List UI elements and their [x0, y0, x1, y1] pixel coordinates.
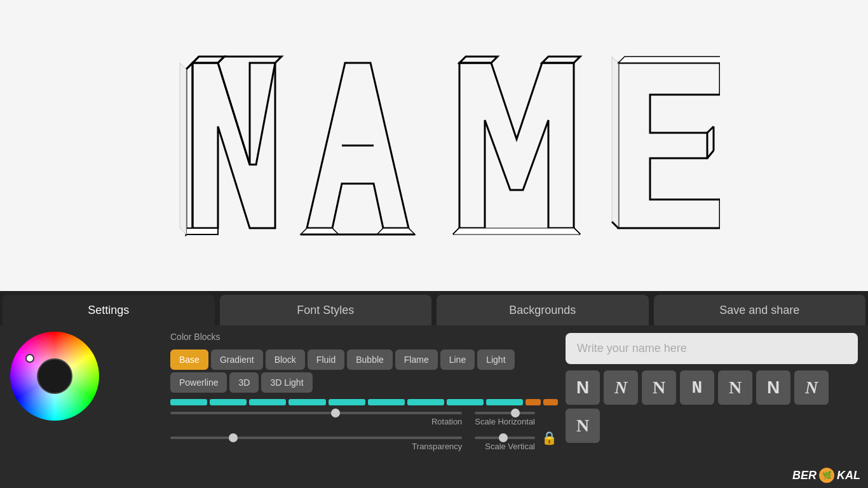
svg-marker-18 — [453, 228, 580, 234]
canvas-area — [0, 0, 868, 291]
tab-font-styles[interactable]: Font Styles — [220, 295, 432, 325]
style-buttons: Base Gradient Block Fluid Bubble Flame L… — [170, 349, 558, 393]
color-bar-2[interactable] — [210, 399, 247, 405]
scale-v-label: Scale Vertical — [475, 442, 535, 451]
color-bar-10[interactable] — [526, 399, 540, 405]
scale-h-label: Scale Horizontal — [475, 417, 535, 426]
rotation-thumb[interactable] — [331, 409, 340, 417]
font-preview-5[interactable]: N — [756, 370, 790, 405]
style-btn-fluid[interactable]: Fluid — [308, 349, 344, 370]
color-bar-11[interactable] — [543, 399, 558, 405]
lock-icon[interactable]: 🔒 — [540, 429, 558, 447]
left-slider-col: Rotation Transparency — [170, 412, 462, 451]
style-btn-block[interactable]: Block — [266, 349, 305, 370]
transparency-slider-item: Transparency — [170, 437, 462, 451]
scale-h-thumb[interactable] — [511, 409, 520, 417]
svg-marker-0 — [193, 63, 275, 228]
svg-marker-7 — [180, 63, 186, 234]
svg-marker-14 — [459, 57, 498, 63]
bottom-panel: Settings Font Styles Backgrounds Save an… — [0, 291, 868, 488]
svg-marker-2 — [186, 63, 193, 234]
svg-marker-13 — [459, 63, 574, 228]
svg-marker-21 — [618, 57, 720, 63]
scale-h-slider[interactable] — [475, 412, 535, 414]
style-btn-flame[interactable]: Flame — [395, 349, 438, 370]
tab-settings[interactable]: Settings — [3, 295, 215, 325]
style-btn-gradient[interactable]: Gradient — [211, 349, 263, 370]
right-sliders-group: Scale Horizontal Scale Vertical 🔒 — [475, 412, 558, 451]
style-btn-line[interactable]: Line — [440, 349, 475, 370]
transparency-thumb[interactable] — [229, 433, 238, 442]
color-bar-5[interactable] — [329, 399, 365, 405]
font-preview-4[interactable]: N — [718, 370, 752, 405]
scale-v-thumb[interactable] — [499, 433, 508, 442]
svg-marker-15 — [542, 57, 580, 63]
rotation-slider[interactable] — [170, 412, 462, 414]
style-btn-3dlight[interactable]: 3D Light — [261, 372, 312, 393]
transparency-slider[interactable] — [170, 437, 462, 439]
color-wheel-center — [37, 358, 72, 394]
color-bar-4[interactable] — [288, 399, 325, 405]
rotation-slider-item: Rotation — [170, 412, 462, 426]
tab-save-share[interactable]: Save and share — [654, 295, 866, 325]
color-bar-1[interactable] — [170, 399, 207, 405]
font-preview-6[interactable]: N — [794, 370, 829, 405]
tab-backgrounds[interactable]: Backgrounds — [437, 295, 649, 325]
panel-content: Color Blocks Base Gradient Block Fluid B… — [0, 325, 868, 488]
font-previews: N N N N N N N N — [566, 370, 858, 443]
right-slider-col: Scale Horizontal Scale Vertical — [475, 412, 535, 451]
svg-marker-20 — [612, 57, 618, 228]
color-wheel-section — [10, 332, 163, 482]
graffiti-preview — [148, 31, 720, 260]
transparency-label: Transparency — [170, 442, 462, 451]
style-btn-powerline[interactable]: Powerline — [170, 372, 227, 393]
style-btn-3d[interactable]: 3D — [229, 372, 259, 393]
left-controls: Color Blocks Base Gradient Block Fluid B… — [170, 332, 558, 482]
rotation-label: Rotation — [170, 417, 462, 426]
color-bar-3[interactable] — [249, 399, 286, 405]
right-section: N N N N N N N N — [566, 332, 858, 482]
color-blocks-label: Color Blocks — [170, 332, 220, 342]
svg-marker-19 — [618, 63, 720, 228]
scale-h-slider-item: Scale Horizontal — [475, 412, 535, 426]
sliders-container: Rotation Transparency — [170, 412, 558, 451]
scale-v-slider-item: Scale Vertical — [475, 437, 535, 451]
font-preview-7[interactable]: N — [566, 409, 600, 443]
style-btn-base[interactable]: Base — [170, 349, 208, 370]
font-preview-3[interactable]: N — [680, 370, 714, 405]
color-bars-row — [170, 399, 558, 405]
color-wheel-ring[interactable] — [10, 332, 99, 421]
svg-marker-6 — [186, 228, 218, 234]
color-wheel-handle[interactable] — [25, 354, 34, 363]
color-bar-8[interactable] — [447, 399, 484, 405]
scale-v-slider[interactable] — [475, 437, 535, 439]
color-bar-9[interactable] — [486, 399, 523, 405]
color-bar-7[interactable] — [407, 399, 444, 405]
color-wheel[interactable] — [10, 332, 99, 421]
font-preview-2[interactable]: N — [642, 370, 676, 405]
tabs-row: Settings Font Styles Backgrounds Save an… — [0, 291, 868, 325]
color-blocks-row: Color Blocks Base Gradient Block Fluid B… — [170, 332, 558, 393]
font-preview-0[interactable]: N — [566, 370, 600, 405]
style-btn-light[interactable]: Light — [477, 349, 514, 370]
font-preview-1[interactable]: N — [604, 370, 638, 405]
name-input[interactable] — [566, 333, 858, 364]
style-btn-bubble[interactable]: Bubble — [347, 349, 393, 370]
color-bar-6[interactable] — [368, 399, 405, 405]
